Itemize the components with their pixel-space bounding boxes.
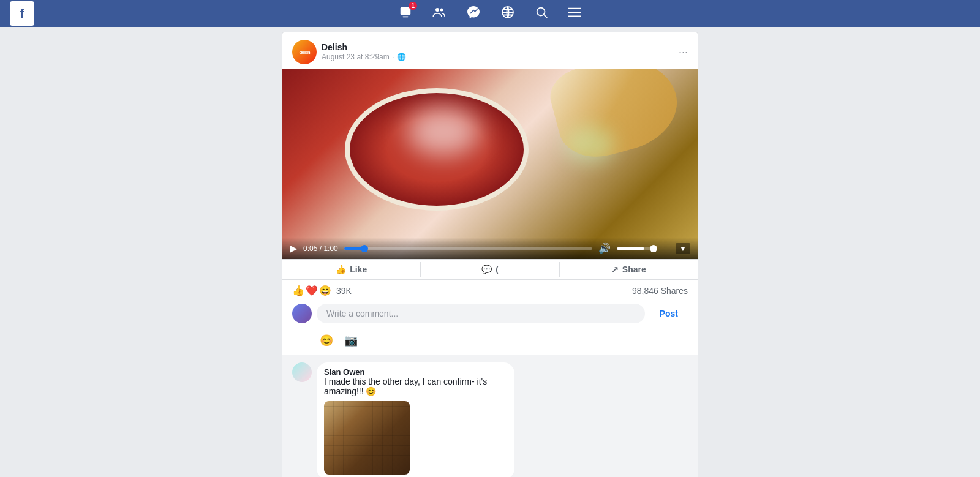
nav-center: 1 (399, 5, 581, 23)
svg-point-2 (435, 8, 439, 12)
nav-search-icon[interactable] (535, 6, 548, 22)
nav-notifications-icon[interactable]: 1 (399, 6, 412, 22)
video-background (282, 69, 698, 259)
soup-bowl-visual (345, 88, 529, 211)
video-settings-button[interactable]: ▼ (676, 243, 690, 254)
svg-rect-1 (402, 16, 408, 17)
top-navigation: f 1 (0, 0, 980, 27)
post-privacy-icon: 🌐 (397, 53, 406, 61)
like-button[interactable]: 👍 Like (282, 260, 420, 279)
comment-item: Sian Owen I made this the other day, I c… (292, 362, 688, 477)
commenter-avatar (292, 362, 312, 382)
svg-rect-8 (568, 12, 581, 13)
video-container: Loop ✓ Show controls Open video in new t… (282, 69, 698, 259)
total-reaction-count: 39K (336, 286, 352, 296)
reaction-icons: 👍 ❤️ 😄 (292, 285, 331, 296)
love-reaction-emoji: ❤️ (306, 285, 318, 296)
nav-globe-icon[interactable] (500, 5, 515, 23)
nav-menu-icon[interactable] (568, 6, 581, 22)
page-content: delish Delish August 23 at 8:29am · 🌐 ··… (282, 27, 698, 477)
nav-messenger-icon[interactable] (466, 5, 481, 23)
svg-rect-9 (568, 15, 581, 17)
volume-icon[interactable]: 🔊 (598, 242, 611, 254)
like-icon: 👍 (336, 265, 346, 274)
video-controls-bar: ▶ 0:05 / 1:00 🔊 (282, 238, 698, 259)
comment-input-wrapper (317, 304, 645, 323)
svg-line-6 (544, 15, 547, 18)
share-label: Share (622, 265, 646, 274)
page-name[interactable]: Delish (322, 42, 406, 52)
volume-fill (617, 247, 644, 250)
post-comment-button[interactable]: Post (650, 304, 688, 323)
like-reaction-emoji: 👍 (292, 285, 304, 296)
volume-bar[interactable] (617, 247, 654, 250)
facebook-logo[interactable]: f (10, 1, 34, 26)
share-button[interactable]: ↗ Share (560, 260, 698, 279)
comment-text: I made this the other day, I can confirm… (324, 377, 507, 396)
fullscreen-button[interactable]: ⛶ (662, 243, 672, 254)
bread-piece-visual (545, 69, 687, 166)
current-user-avatar (292, 304, 312, 323)
shares-count[interactable]: 98,846 Shares (632, 286, 688, 296)
video-progress-bar[interactable] (344, 247, 592, 250)
nav-friends-icon[interactable] (432, 5, 447, 23)
share-icon: ↗ (611, 265, 619, 274)
nav-left: f (10, 1, 34, 26)
photo-button[interactable]: 📷 (341, 331, 361, 350)
comment-input[interactable] (326, 309, 635, 318)
svg-point-5 (537, 7, 545, 15)
comment-icons-row: 😊 📷 (307, 328, 698, 355)
play-button[interactable]: ▶ (290, 242, 297, 254)
comment-label: ( (496, 265, 499, 274)
svg-rect-7 (568, 7, 581, 9)
post-card: delish Delish August 23 at 8:29am · 🌐 ··… (282, 32, 698, 477)
comment-bubble: Sian Owen I made this the other day, I c… (317, 362, 514, 477)
comment-input-area: Post (282, 299, 698, 328)
video-progress-fill (344, 247, 365, 250)
video-progress-dot (361, 245, 368, 252)
like-label: Like (350, 265, 367, 274)
haha-reaction-emoji: 😄 (319, 285, 331, 296)
reaction-counts: 👍 ❤️ 😄 39K 98,846 Shares (282, 280, 698, 299)
comment-icon: 💬 (481, 265, 492, 274)
commenter-name[interactable]: Sian Owen (324, 367, 507, 377)
post-options-button[interactable]: ··· (679, 46, 688, 59)
comment-button[interactable]: 💬 ( (421, 260, 559, 279)
post-actions: 👍 Like 💬 ( ↗ Share (282, 259, 698, 280)
svg-point-3 (440, 8, 443, 11)
notification-badge: 1 (409, 2, 417, 10)
volume-dot (650, 245, 657, 252)
post-header: delish Delish August 23 at 8:29am · 🌐 ··… (282, 32, 698, 69)
post-time: August 23 at 8:29am (322, 53, 390, 61)
emoji-button[interactable]: 😊 (317, 331, 336, 350)
page-avatar: delish (292, 40, 317, 64)
comment-image (324, 401, 410, 475)
video-time-display: 0:05 / 1:00 (303, 244, 338, 253)
comments-section: Sian Owen I made this the other day, I c… (282, 355, 698, 477)
